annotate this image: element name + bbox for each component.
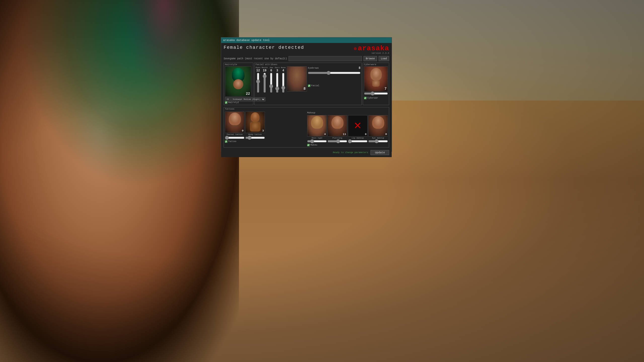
eyebrows-header: Eyebrows 8	[308, 66, 360, 70]
mouth-value: 19	[263, 69, 266, 72]
tattoo-checkbox-label: Tattoo	[228, 140, 236, 143]
eye-makeup-number: 8	[385, 133, 387, 136]
eye-makeup-preview: 8	[368, 115, 388, 137]
body-tattoo-slider[interactable]	[245, 136, 265, 140]
main-sections: Hairstyle 22 22 - Sidewept Medium (Right…	[224, 63, 389, 105]
p-char	[331, 116, 344, 135]
mouth-slider[interactable]	[262, 73, 267, 93]
cyberware-section: Cyberware 7 Cyberwar	[363, 63, 389, 105]
status-text: Ready to change parameters	[333, 151, 368, 154]
arasaka-name: arasaka	[358, 45, 389, 52]
facial-label: Facial attribues	[256, 63, 360, 66]
lip-makeup-slider[interactable]	[348, 139, 368, 143]
mouth-slider-col: Mouth 19	[262, 66, 268, 93]
lip-x-icon: ✕	[354, 120, 361, 132]
st-char	[310, 116, 324, 135]
lip-makeup-label: Lip makeup	[352, 137, 364, 139]
hairstyle-preview: 22	[225, 66, 251, 97]
hairstyle-checkbox[interactable]	[225, 101, 227, 104]
ears-slider[interactable]	[275, 73, 280, 93]
detected-title: Female character detected	[224, 45, 304, 50]
cyberware-slider[interactable]	[364, 92, 388, 96]
title-bar-text: arasaka database update tool	[223, 39, 270, 42]
update-button[interactable]: Update	[371, 150, 389, 155]
makeu-checkbox[interactable]	[307, 144, 310, 146]
piercing-preview: 11	[328, 115, 347, 137]
hairstyle-label: Hairstyle	[225, 63, 252, 66]
jaw-label: Jaw	[269, 66, 273, 69]
eyebrows-slider[interactable]	[308, 71, 360, 75]
browse-button[interactable]: Browse	[364, 56, 377, 61]
eye-makeup-slider[interactable]	[368, 139, 388, 143]
tattoo-checkbox[interactable]	[225, 140, 227, 143]
tattoos-items-row: 0 Facial tattoo	[225, 112, 306, 140]
facial-tattoo-item: 0 Facial tattoo	[225, 112, 245, 140]
ft-char	[228, 113, 242, 131]
makeup-section-label: Makeup	[307, 112, 388, 114]
facial-checkbox[interactable]	[308, 84, 310, 87]
facial-tattoo-number: 0	[242, 129, 244, 132]
cyberware-preview: 7	[364, 66, 388, 92]
eyes-value: 12	[256, 69, 260, 72]
skin-type-slider[interactable]	[307, 139, 327, 143]
face-preview-number: 8	[304, 87, 306, 91]
tattoos-label: Tattoos	[225, 108, 234, 110]
facial-checkbox-label: Facial	[311, 84, 319, 87]
eyes-slider[interactable]	[256, 73, 261, 93]
tattoos-grid: 0 Facial tattoo	[225, 112, 388, 146]
lip-makeup-preview: ✕ 0	[348, 115, 368, 137]
bt-head	[251, 112, 260, 122]
lip-makeup-number: 0	[365, 133, 367, 136]
jaw-slider[interactable]	[269, 73, 274, 93]
ft-head	[229, 113, 241, 125]
makeu-checkbox-row: Makeu	[307, 144, 388, 146]
hair-char-container	[231, 68, 246, 90]
arasaka-logo: ⊗ arasaka version 2.3.3	[354, 45, 389, 55]
body-tattoo-preview: 3	[245, 112, 265, 133]
hairstyle-checkbox-label: Hairstyl	[228, 101, 239, 104]
cyber-char	[369, 68, 383, 88]
eye-makeup-label: Eye makeup	[372, 137, 384, 139]
cyberware-label: Cyberware	[364, 63, 388, 66]
eyes-label: Eyes	[256, 66, 260, 69]
cyberware-checkbox[interactable]	[364, 97, 367, 99]
nose-label: Nose	[281, 66, 286, 69]
em-head	[372, 116, 384, 129]
skin-type-item: 4 Skin type	[307, 115, 327, 143]
hairstyle-section: Hairstyle 22 22 - Sidewept Medium (Right…	[224, 63, 253, 105]
eyes-slider-col: Eyes 12	[256, 66, 261, 93]
load-button[interactable]: Load	[379, 56, 389, 61]
cyber-head	[370, 68, 382, 80]
piercing-item: 11 Piercing	[328, 115, 347, 143]
st-head	[311, 116, 323, 129]
jaw-value: 6	[270, 69, 272, 72]
body-tattoo-item: 3 Body tattoo	[245, 112, 265, 140]
eyebrows-area: Eyebrows 8 Facial	[308, 66, 360, 87]
main-panel: arasaka database update tool Female char…	[221, 37, 392, 152]
cyberware-checkbox-row: Cyberwar	[364, 97, 388, 99]
piercing-slider[interactable]	[328, 139, 347, 143]
footer-row: Ready to change parameters Update	[224, 150, 389, 155]
lip-makeup-item: ✕ 0 Lip makeup	[348, 115, 368, 143]
version-text: version 2.3.3	[372, 52, 389, 55]
spacer	[308, 76, 360, 83]
cyber-neck	[372, 80, 380, 87]
savegame-row: Savegame path (most recent one by defaul…	[224, 56, 389, 61]
face-preview: 8	[287, 66, 307, 92]
facial-tattoo-slider[interactable]	[225, 136, 245, 140]
savegame-input[interactable]	[289, 56, 362, 61]
hairstyle-number: 22	[246, 92, 250, 96]
eyebrows-value: 8	[359, 66, 360, 70]
tattoo-checkbox-row: Tattoo	[225, 140, 306, 143]
tattoos-left: 0 Facial tattoo	[225, 112, 306, 146]
footer-right: Ready to change parameters Update	[333, 150, 389, 155]
nose-slider-col: Nose 4	[281, 66, 286, 93]
p-head	[331, 116, 343, 129]
makeup-items-row: 4 Skin type 11	[307, 115, 388, 143]
body-tattoo-number: 3	[262, 129, 264, 132]
nose-slider[interactable]	[281, 73, 286, 93]
cyberware-number: 7	[385, 87, 387, 91]
ears-label: Ears	[275, 66, 279, 69]
mouth-label: Mouth	[262, 66, 268, 69]
savegame-label: Savegame path (most recent one by defaul…	[224, 57, 287, 60]
